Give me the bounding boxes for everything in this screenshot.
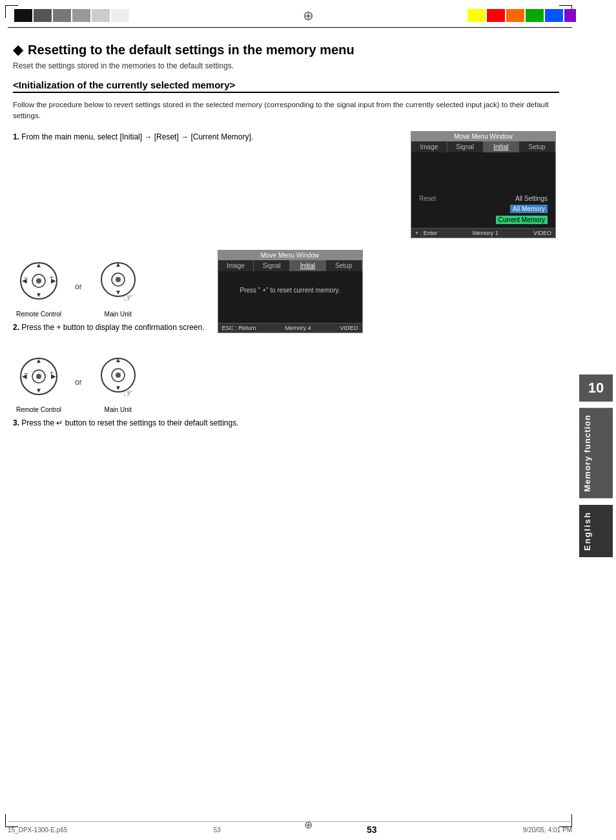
step-1-left: 1. From the main menu, select [Initial] …: [13, 131, 398, 143]
color-block-r5: [545, 9, 563, 22]
confirm-text: Press " +" to reset current memory.: [222, 274, 358, 307]
footer-page-center: 53: [214, 826, 221, 834]
mainunit-label-2: Main Unit: [105, 311, 132, 318]
menu-memory: Memory 1: [473, 230, 498, 236]
menu-window-1: Move Menu Window Image Signal Initial Se…: [411, 131, 556, 238]
menu-title-bar-2: Move Menu Window: [218, 251, 362, 260]
top-color-bar: ⊕: [0, 5, 616, 26]
color-block-r2: [487, 9, 505, 22]
svg-point-26: [116, 373, 121, 378]
tab2-image: Image: [218, 260, 254, 271]
menu-bottombar-2: ESC : Return Memory 4 VIDEO: [218, 323, 362, 333]
menu-memory4: Memory 4: [285, 325, 311, 331]
color-block-r4: [526, 9, 544, 22]
step-3-area: ▲ ▼ ◀ ▶ + – Remote Control or: [13, 345, 559, 429]
remote-label-2: Remote Control: [16, 311, 61, 318]
step-2-confirm-screen: Move Menu Window Image Signal Initial Se…: [218, 250, 366, 333]
crosshair-top-icon: ⊕: [303, 8, 314, 23]
menu-row-reset: Reset All Settings: [415, 194, 551, 203]
or-text-2: or: [71, 282, 86, 291]
devices-row-2: ▲ ▼ ◀ ▶ + – Remote Control or: [13, 256, 205, 318]
svg-text:▼: ▼: [115, 384, 121, 391]
main-unit-2: ▲ ▼ ☞ Main Unit: [92, 256, 144, 318]
footer-filename: 15_DPX-1300-E.p65: [8, 826, 67, 834]
top-border-line: [8, 27, 572, 28]
menu-body-1: Reset All Settings All Memory Current Me…: [411, 152, 555, 228]
step-2-area: ▲ ▼ ◀ ▶ + – Remote Control or: [13, 250, 559, 334]
color-block-1: [14, 9, 32, 22]
tab2-setup: Setup: [326, 260, 362, 271]
step-3-text: Press the ↵ button to reset the settings…: [21, 418, 238, 427]
color-block-4: [72, 9, 90, 22]
color-block-6: [111, 9, 129, 22]
menu-title-bar-1: Move Menu Window: [411, 132, 555, 141]
mainunit-label-3: Main Unit: [105, 406, 132, 413]
section-description: Follow the procedure below to revert set…: [13, 99, 559, 122]
menu-tabs-2: Image Signal Initial Setup: [218, 260, 362, 271]
step-1-text: From the main menu, select [Initial] → […: [21, 132, 253, 141]
tab-setup: Setup: [519, 141, 555, 152]
tab-initial: Initial: [484, 141, 520, 152]
svg-point-2: [36, 278, 41, 283]
tab-signal: Signal: [447, 141, 484, 152]
title-text: Resetting to the default settings in the…: [28, 43, 354, 57]
menu-tabs-1: Image Signal Initial Setup: [411, 141, 555, 152]
page-footer: 15_DPX-1300-E.p65 53 53 9/20/05, 4:01 PM: [8, 821, 572, 835]
color-block-3: [53, 9, 71, 22]
step-1-number: 1.: [13, 132, 19, 141]
menu-value-allsettings: All Settings: [515, 195, 548, 202]
menu-window-2: Move Menu Window Image Signal Initial Se…: [218, 250, 363, 333]
svg-text:–: –: [24, 369, 28, 376]
page-number: 53: [367, 825, 377, 835]
remote-label-3: Remote Control: [16, 406, 61, 413]
step-3-number: 3.: [13, 418, 19, 427]
svg-text:▲: ▲: [115, 261, 121, 268]
step-3-text-row: 3. Press the ↵ button to reset the setti…: [13, 417, 239, 429]
subtitle: Reset the settings stored in the memorie…: [13, 61, 559, 70]
chapter-title: Memory function: [579, 408, 613, 498]
menu-label-reset: Reset: [419, 195, 515, 202]
step-2-number: 2.: [13, 323, 19, 332]
menu-row-allmemory: All Memory: [415, 203, 551, 214]
svg-text:▲: ▲: [36, 357, 42, 364]
color-block-r1: [467, 9, 486, 22]
menu-video2: VIDEO: [340, 325, 358, 331]
or-text-3: or: [71, 378, 86, 387]
chapter-number: 10: [579, 374, 613, 402]
menu-bottombar-1: + : Enter Memory 1 VIDEO: [411, 228, 555, 238]
steps-area: 1. From the main menu, select [Initial] …: [13, 131, 559, 429]
step-2-text-row: 2. Press the + button to display the con…: [13, 322, 205, 334]
menu-row-currentmemory: Current Memory: [415, 214, 551, 225]
svg-text:+: +: [50, 369, 54, 376]
footer-date: 9/20/05, 4:01 PM: [523, 826, 572, 834]
menu-esc: ESC : Return: [222, 325, 256, 331]
menu-video: VIDEO: [533, 230, 551, 236]
svg-text:☞: ☞: [123, 387, 133, 400]
step-3-devices: ▲ ▼ ◀ ▶ + – Remote Control or: [13, 345, 239, 429]
step-1: 1. From the main menu, select [Initial] …: [13, 131, 559, 238]
page-title: ◆ Resetting to the default settings in t…: [13, 42, 559, 57]
tab2-signal: Signal: [254, 260, 290, 271]
main-unit-icon-3: ▲ ▼ ☞: [92, 352, 144, 404]
svg-text:▲: ▲: [115, 356, 121, 364]
svg-point-17: [36, 374, 41, 379]
devices-row-3: ▲ ▼ ◀ ▶ + – Remote Control or: [13, 352, 239, 413]
tab-image: Image: [411, 141, 447, 152]
svg-text:▼: ▼: [36, 387, 42, 394]
remote-control-3: ▲ ▼ ◀ ▶ + – Remote Control: [13, 352, 65, 413]
remote-control-2: ▲ ▼ ◀ ▶ + – Remote Control: [13, 256, 65, 318]
sidebar-lang: English: [579, 505, 613, 557]
svg-point-11: [116, 277, 121, 282]
svg-text:▼: ▼: [36, 291, 42, 298]
color-block-2: [34, 9, 52, 22]
menu-value-allmemory: All Memory: [510, 205, 548, 213]
main-unit-icon-2: ▲ ▼ ☞: [92, 256, 144, 308]
right-sidebar: 10 Memory function English: [576, 0, 616, 840]
remote-control-icon-3: ▲ ▼ ◀ ▶ + –: [13, 352, 65, 404]
diamond-bullet: ◆: [13, 42, 23, 57]
section-heading: <Initialization of the currently selecte…: [13, 79, 559, 93]
remote-control-icon-2: ▲ ▼ ◀ ▶ + –: [13, 256, 65, 308]
menu-enter: + : Enter: [415, 230, 437, 236]
step-1-screen: Move Menu Window Image Signal Initial Se…: [411, 131, 559, 238]
color-blocks-left: [14, 9, 129, 22]
